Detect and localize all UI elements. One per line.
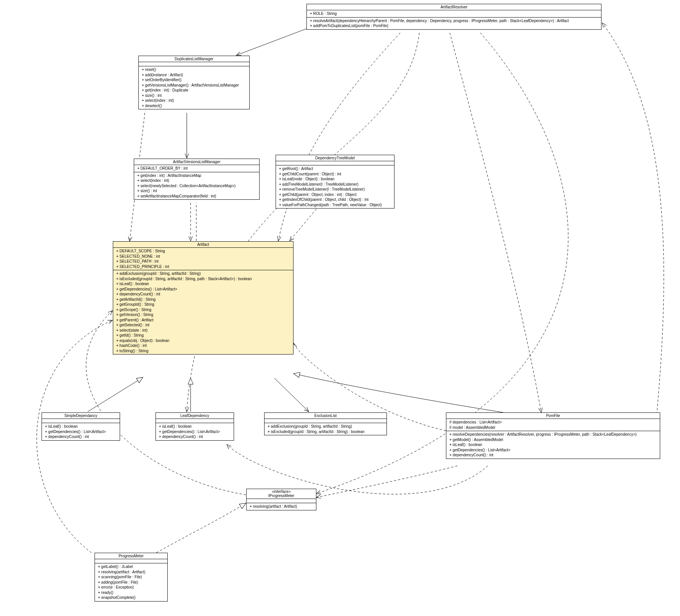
class-attributes [95,559,167,563]
class-attributes: + DEFAULT_ORDER_BY : int [134,165,259,172]
class-operations: + getRoot() : Artifact + getChildCount(p… [276,165,394,208]
class-title: SimpleDependancy [42,413,120,419]
class-exclusion-list: ExclusionList + addExclusion(groupId : S… [264,412,387,435]
class-title: LeafDependency [156,413,234,419]
class-title: PomFile [446,413,660,419]
class-attributes [247,499,316,503]
class-operations: + resolveDependencies(resolver : Artifac… [446,431,660,459]
class-title: ArtifactVersionsListManager [134,159,259,165]
class-operations: + reset() + add(instance : Artifact) + s… [139,66,249,109]
class-iprogress-meter: «interface» IProgressMeter + resolving(a… [246,489,316,510]
class-stereotype: «interface» [247,489,316,494]
class-title: DuplicatesListManager [139,56,249,62]
connectors-layer [0,0,680,616]
class-pom-file: PomFile # dependencies : List<Artifact> … [446,412,660,459]
class-artifact-resolver: ArtifactResolver + ROLE : String + resol… [306,4,601,30]
class-progress-meter: ProgressMeter + getLabel() : JLabel + re… [95,553,168,602]
class-operations: + resolving(artifact : Artifact) [247,503,316,510]
class-title: ProgressMeter [95,553,167,559]
class-operations: + isLeaf() : boolean + getDependencies()… [156,423,234,440]
class-attributes: + DEFAULT_SCOPE : String + SELECTED_NONE… [113,248,293,270]
class-attributes [42,419,120,423]
class-operations: + isLeaf() : boolean + getDependencies()… [42,423,120,440]
class-artifact-versions-list-manager: ArtifactVersionsListManager + DEFAULT_OR… [134,159,260,200]
class-operations: + resolveArtifact(dependencyHeirarchyPar… [307,18,601,29]
class-attributes: + ROLE : String [307,10,601,18]
class-title: Artifact [113,242,293,248]
class-simple-dependancy: SimpleDependancy + isLeaf() : boolean + … [42,412,120,441]
class-artifact: Artifact + DEFAULT_SCOPE : String + SELE… [113,241,293,355]
class-attributes: # dependencies : List<Artifact> # model … [446,419,660,431]
class-attributes [139,62,249,66]
class-dependency-tree-model: DependencyTreeModel + getRoot() : Artifa… [276,155,395,209]
class-attributes [265,419,387,423]
uml-class-diagram: ArtifactResolver + ROLE : String + resol… [0,0,680,616]
class-title: ArtifactResolver [307,4,601,10]
class-operations: + addExclusion(groupId : String, artifac… [265,423,387,435]
class-title: IProgressMeter [247,494,316,499]
class-operations: + get(index : int) : ArtifactInstanceMap… [134,172,259,200]
class-attributes [276,161,394,165]
class-title: DependencyTreeModel [276,155,394,161]
class-operations: + addExclusion(groupId : String, artifac… [113,270,293,354]
class-attributes [156,419,234,423]
class-duplicates-list-manager: DuplicatesListManager + reset() + add(in… [138,56,250,109]
class-leaf-dependency: LeafDependency + isLeaf() : boolean + ge… [156,412,234,441]
class-title: ExclusionList [265,413,387,419]
class-operations: + getLabel() : JLabel + resolving(artifa… [95,563,167,601]
